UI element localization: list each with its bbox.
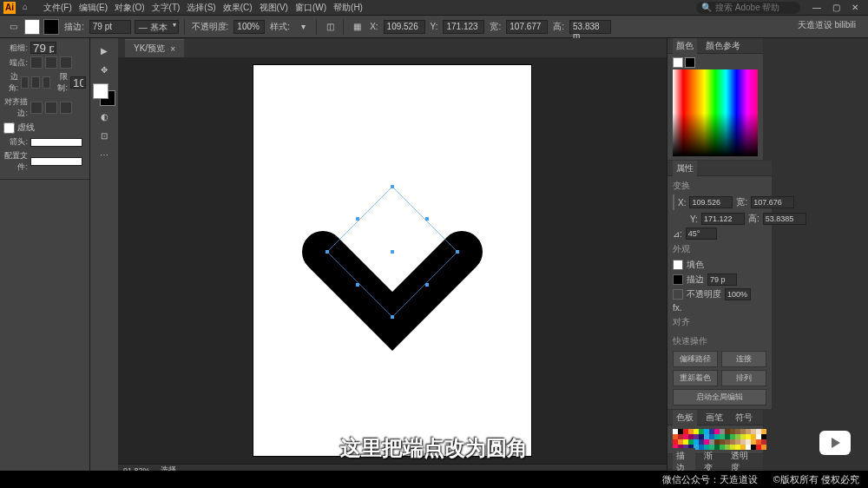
menu-help[interactable]: 帮助(H) bbox=[330, 2, 366, 14]
fill-label: 填色 bbox=[687, 259, 704, 271]
x-label: X: bbox=[678, 198, 686, 208]
menu-object[interactable]: 对象(O) bbox=[111, 2, 148, 14]
join-button[interactable]: 连接 bbox=[721, 351, 766, 367]
maximize-icon[interactable]: ▢ bbox=[826, 3, 845, 12]
cap-projecting-button[interactable] bbox=[60, 56, 72, 69]
recolor-button[interactable]: 重新着色 bbox=[673, 370, 718, 386]
opacity-input[interactable]: 100% bbox=[233, 20, 265, 34]
tab-colorguide[interactable]: 颜色参考 bbox=[702, 38, 744, 54]
w-label: 宽: bbox=[490, 21, 501, 33]
swatch[interactable] bbox=[761, 445, 766, 450]
dashed-checkbox[interactable] bbox=[3, 122, 15, 134]
minimize-icon[interactable]: — bbox=[807, 3, 826, 12]
stroke-swatch[interactable] bbox=[43, 19, 59, 35]
tool-icon[interactable]: ⊡ bbox=[94, 127, 115, 144]
arrow-label: 箭头: bbox=[3, 136, 28, 148]
cap-round-button[interactable] bbox=[45, 56, 57, 69]
align-icon[interactable]: ◫ bbox=[322, 19, 338, 35]
limit-input[interactable] bbox=[70, 76, 86, 89]
play-icon[interactable] bbox=[819, 431, 851, 455]
profile-dropdown[interactable] bbox=[30, 157, 82, 166]
tab-properties[interactable]: 属性 bbox=[673, 161, 697, 176]
search-input[interactable]: 🔍搜索 Adobe 帮助 bbox=[696, 2, 800, 14]
tab-brushes[interactable]: 画笔 bbox=[702, 410, 727, 425]
menu-effect[interactable]: 效果(C) bbox=[220, 2, 256, 14]
fill-indicator[interactable] bbox=[673, 57, 683, 68]
h-label: 高: bbox=[748, 213, 760, 225]
color-well[interactable] bbox=[93, 83, 115, 106]
w-label: 宽: bbox=[736, 196, 747, 208]
menu-view[interactable]: 视图(V) bbox=[256, 2, 292, 14]
tab-symbols[interactable]: 符号 bbox=[732, 410, 756, 425]
stroke-pt-input[interactable] bbox=[707, 274, 737, 286]
tab-close-icon[interactable]: × bbox=[170, 44, 175, 54]
svg-rect-4 bbox=[391, 250, 394, 254]
menu-edit[interactable]: 编辑(E) bbox=[76, 2, 111, 14]
brush-dropdown[interactable]: — 基本 bbox=[135, 20, 179, 34]
color-spectrum[interactable] bbox=[673, 69, 758, 156]
y-label: Y: bbox=[431, 22, 438, 31]
angle-label: ⊿: bbox=[673, 229, 682, 239]
align-outside-button[interactable] bbox=[60, 102, 72, 114]
tool-icon[interactable]: ▶ bbox=[94, 42, 115, 59]
y-input[interactable]: 171.123 bbox=[443, 20, 484, 34]
x-input[interactable]: 109.526 bbox=[384, 20, 425, 34]
section-transform: 变换 bbox=[673, 180, 766, 192]
menu-window[interactable]: 窗口(W) bbox=[292, 2, 330, 14]
global-edit-button[interactable]: 启动全局编辑 bbox=[673, 389, 766, 406]
menu-file[interactable]: 文件(F) bbox=[40, 2, 76, 14]
artboard[interactable] bbox=[253, 65, 531, 456]
fill-swatch[interactable] bbox=[24, 19, 40, 35]
tool-icon[interactable]: ◐ bbox=[94, 108, 115, 125]
no-selection-icon: ▭ bbox=[5, 19, 21, 35]
menu-type[interactable]: 文字(T) bbox=[148, 2, 184, 14]
profile-label: 配置文件: bbox=[3, 150, 28, 173]
x-label: X: bbox=[370, 22, 378, 31]
tab-color[interactable]: 颜色 bbox=[673, 38, 697, 54]
weight-input[interactable] bbox=[30, 42, 56, 54]
limit-label: 限制: bbox=[53, 71, 68, 94]
cap-butt-button[interactable] bbox=[30, 56, 43, 69]
artwork-shape[interactable] bbox=[253, 65, 531, 456]
opacity-swatch[interactable] bbox=[673, 289, 683, 300]
w-input[interactable]: 107.677 bbox=[506, 20, 548, 34]
h-input[interactable]: 53.838 m bbox=[569, 20, 611, 34]
fill-swatch-prop[interactable] bbox=[673, 260, 683, 270]
fx-label[interactable]: fx. bbox=[673, 303, 682, 313]
menu-select[interactable]: 选择(S) bbox=[183, 2, 219, 14]
corner-bevel-button[interactable] bbox=[43, 76, 50, 89]
search-icon: 🔍 bbox=[701, 3, 712, 12]
stroke-weight-input[interactable]: 79 pt bbox=[89, 20, 131, 34]
align-inside-button[interactable] bbox=[45, 102, 57, 114]
tab-label: YK/预览 bbox=[134, 43, 165, 55]
transform-icon[interactable]: ▦ bbox=[349, 19, 365, 35]
corner-miter-button[interactable] bbox=[21, 76, 29, 89]
tool-icon[interactable]: ✥ bbox=[94, 61, 115, 78]
prop-w-input[interactable] bbox=[751, 196, 794, 208]
fill-color[interactable] bbox=[93, 83, 108, 99]
prop-x-input[interactable] bbox=[689, 196, 733, 208]
arrange-button[interactable]: 排列 bbox=[721, 370, 766, 386]
opacity-pct-input[interactable] bbox=[725, 288, 751, 300]
stroke-swatch-prop[interactable] bbox=[673, 274, 683, 285]
ref-point-icon[interactable] bbox=[673, 195, 674, 210]
offset-path-button[interactable]: 偏移路径 bbox=[673, 351, 718, 367]
prop-angle-input[interactable] bbox=[686, 228, 717, 240]
corner-label: 边角: bbox=[3, 71, 18, 94]
corner-round-button[interactable] bbox=[31, 76, 39, 89]
document-tab[interactable]: YK/预览 × bbox=[125, 39, 184, 57]
close-icon[interactable]: ✕ bbox=[845, 3, 865, 12]
prop-y-input[interactable] bbox=[701, 213, 745, 225]
home-icon[interactable]: ⌂ bbox=[23, 2, 35, 14]
align-center-button[interactable] bbox=[30, 102, 43, 114]
tool-icon[interactable]: ⋯ bbox=[94, 146, 115, 163]
stroke-indicator[interactable] bbox=[685, 57, 695, 68]
arrow-start-dropdown[interactable] bbox=[30, 138, 82, 147]
tab-swatches[interactable]: 色板 bbox=[673, 410, 697, 425]
svg-rect-5 bbox=[356, 217, 359, 221]
app-logo: Ai bbox=[3, 2, 16, 14]
style-dropdown[interactable]: ▾ bbox=[295, 19, 311, 35]
style-label: 样式: bbox=[270, 21, 290, 33]
swatch-grid[interactable] bbox=[673, 429, 758, 450]
prop-h-input[interactable] bbox=[763, 213, 806, 225]
